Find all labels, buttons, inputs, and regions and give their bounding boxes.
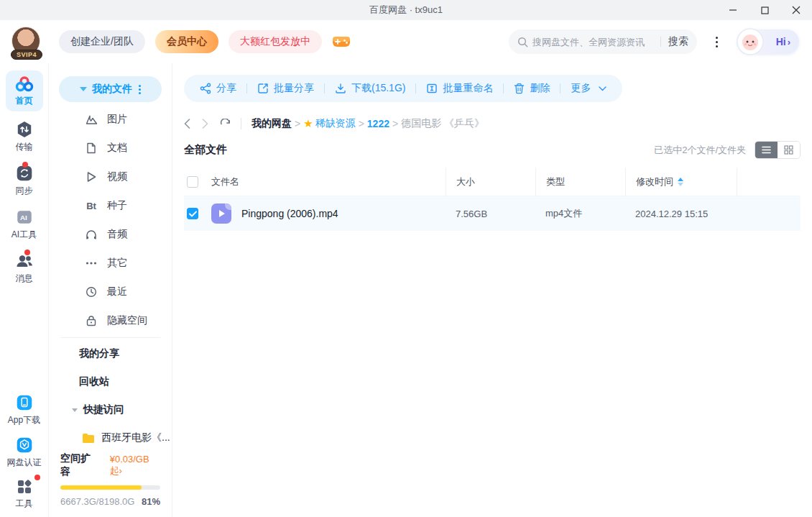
search-input[interactable] bbox=[532, 37, 658, 47]
column-header-name[interactable]: 文件名 bbox=[211, 175, 446, 188]
category-label: 音频 bbox=[107, 228, 127, 241]
more-menu-button[interactable] bbox=[706, 31, 727, 52]
sidebar-item-documents[interactable]: 文档 bbox=[49, 134, 172, 163]
more-button[interactable]: 更多 bbox=[571, 82, 606, 95]
refresh-button[interactable] bbox=[220, 119, 231, 129]
rail-transfer-label: 传输 bbox=[16, 141, 33, 153]
sidebar-divider bbox=[60, 337, 160, 338]
action-toolbar: 分享 批量分享 下载(15.1G) bbox=[184, 75, 622, 102]
sidebar-item-my-files[interactable]: 我的文件 bbox=[59, 76, 162, 102]
batch-share-button[interactable]: 批量分享 bbox=[257, 82, 314, 95]
storage-percent: 81% bbox=[142, 496, 160, 507]
game-center-button[interactable] bbox=[332, 34, 351, 50]
svg-text:AI: AI bbox=[20, 214, 27, 221]
vip-center-button[interactable]: 会员中心 bbox=[155, 30, 218, 53]
collapse-triangle-icon bbox=[72, 408, 78, 412]
sort-toggle[interactable] bbox=[678, 178, 683, 186]
sidebar-item-quick-access[interactable]: 快捷访问 bbox=[49, 396, 172, 424]
kebab-dot bbox=[716, 45, 718, 47]
file-table-header: 文件名 大小 类型 修改时间 bbox=[184, 168, 801, 196]
gamepad-icon bbox=[332, 34, 351, 50]
maximize-button[interactable] bbox=[749, 0, 780, 20]
folder-icon bbox=[82, 433, 95, 444]
netdisk-logo-icon bbox=[14, 76, 34, 93]
sort-asc-icon bbox=[678, 178, 683, 181]
sidebar-item-others[interactable]: 其它 bbox=[49, 249, 172, 278]
grid-view-icon bbox=[784, 145, 793, 155]
kebab-dot bbox=[716, 41, 718, 43]
breadcrumb-root[interactable]: 我的网盘 bbox=[252, 117, 292, 130]
delete-button[interactable]: 删除 bbox=[514, 82, 550, 95]
sidebar-item-audio[interactable]: 音频 bbox=[49, 220, 172, 249]
share-icon bbox=[200, 83, 211, 94]
column-header-size[interactable]: 大小 bbox=[446, 168, 535, 196]
row-checkbox[interactable] bbox=[187, 208, 198, 219]
section-row: 全部文件 已选中2个文件/文件夹 bbox=[184, 141, 801, 159]
sidebar-item-my-shares[interactable]: 我的分享 bbox=[49, 340, 172, 368]
rail-item-messages[interactable]: 消息 bbox=[14, 252, 34, 285]
toolbar-separator bbox=[246, 83, 247, 93]
assistant-label: Hi bbox=[776, 36, 786, 47]
search-box[interactable]: 搜索 bbox=[509, 29, 697, 54]
check-icon bbox=[189, 211, 197, 217]
top-nav-right: 搜索 Hi › bbox=[509, 29, 799, 54]
storage-progress-fill bbox=[60, 485, 142, 490]
tools-icon bbox=[16, 478, 33, 495]
category-label: 最近 bbox=[107, 285, 127, 298]
table-row[interactable]: Pingpong (2006).mp4 7.56GB mp4文件 2024.12… bbox=[184, 196, 801, 231]
share-button[interactable]: 分享 bbox=[200, 82, 236, 95]
rail-item-transfer[interactable]: 传输 bbox=[15, 120, 34, 153]
breadcrumb-separator: > bbox=[295, 118, 300, 129]
sidebar-item-torrents[interactable]: Bt 种子 bbox=[49, 191, 172, 220]
column-header-modified[interactable]: 修改时间 bbox=[625, 168, 737, 196]
selection-info: 已选中2个文件/文件夹 bbox=[654, 144, 746, 157]
download-icon bbox=[335, 83, 346, 94]
quick-access-folder[interactable]: 西班牙电影《... bbox=[49, 424, 172, 452]
search-icon bbox=[517, 37, 528, 47]
video-play-icon bbox=[85, 171, 98, 183]
minimize-button[interactable] bbox=[717, 0, 749, 20]
back-button[interactable] bbox=[184, 119, 190, 129]
sidebar-item-recent[interactable]: 最近 bbox=[49, 278, 172, 306]
breadcrumb-level2[interactable]: 1222 bbox=[367, 118, 389, 129]
rail-item-sync[interactable]: 同步 bbox=[15, 164, 34, 197]
sidebar-item-recycle-bin[interactable]: 回收站 bbox=[49, 368, 172, 396]
select-all-checkbox[interactable] bbox=[187, 176, 198, 188]
column-header-type[interactable]: 类型 bbox=[535, 168, 625, 196]
user-avatar[interactable]: SVIP4 bbox=[11, 27, 42, 57]
search-button[interactable]: 搜索 bbox=[668, 35, 688, 48]
search-divider bbox=[660, 37, 661, 47]
star-icon: ★ bbox=[303, 117, 313, 130]
storage-upgrade-link[interactable]: ¥0.03/GB起› bbox=[110, 454, 160, 477]
ai-tools-icon: AI bbox=[15, 208, 34, 227]
toolbar-separator bbox=[415, 83, 416, 93]
batch-rename-button[interactable]: 批量重命名 bbox=[426, 82, 493, 95]
column-header-extra bbox=[737, 168, 801, 196]
file-name[interactable]: Pingpong (2006).mp4 bbox=[241, 208, 338, 219]
my-files-kebab-icon[interactable] bbox=[139, 85, 141, 94]
rail-item-home[interactable]: 首页 bbox=[6, 70, 43, 111]
close-button[interactable] bbox=[780, 0, 812, 20]
rail-item-app-download[interactable]: App下载 bbox=[7, 393, 42, 426]
category-label: 视频 bbox=[107, 170, 127, 183]
list-view-button[interactable] bbox=[755, 142, 778, 158]
rail-item-verify[interactable]: 网盘认证 bbox=[7, 436, 42, 469]
document-icon bbox=[85, 142, 98, 154]
trash-icon bbox=[514, 83, 525, 94]
grid-view-button[interactable] bbox=[778, 142, 800, 158]
rail-item-tools[interactable]: 工具 bbox=[7, 478, 42, 510]
rail-item-ai-tools[interactable]: AI AI工具 bbox=[11, 208, 37, 241]
red-packet-button[interactable]: 大额红包发放中 bbox=[229, 30, 322, 53]
download-button[interactable]: 下载(15.1G) bbox=[335, 82, 405, 95]
forward-button[interactable] bbox=[202, 119, 208, 129]
titlebar: 百度网盘 · tx9uc1 bbox=[0, 0, 812, 20]
baidu-netdisk-window: 百度网盘 · tx9uc1 SVIP4 创建企业/团队 会员中心 大额红包发放中 bbox=[0, 0, 812, 517]
collapse-triangle-icon bbox=[80, 87, 87, 91]
sidebar-item-pictures[interactable]: 图片 bbox=[49, 105, 172, 134]
sidebar-item-hidden-space[interactable]: 隐藏空间 bbox=[49, 306, 172, 335]
category-label: 其它 bbox=[107, 257, 127, 270]
create-team-button[interactable]: 创建企业/团队 bbox=[59, 30, 145, 53]
assistant-button[interactable]: Hi › bbox=[737, 29, 799, 54]
sidebar-item-videos[interactable]: 视频 bbox=[49, 163, 172, 191]
breadcrumb-level1[interactable]: 稀缺资源 bbox=[315, 117, 356, 130]
